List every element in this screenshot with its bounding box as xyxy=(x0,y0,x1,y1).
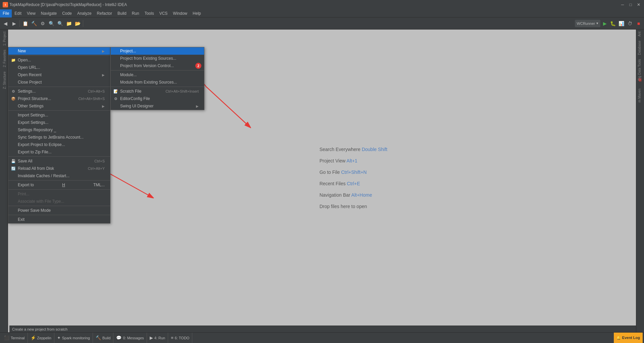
build-button[interactable]: 🔨 xyxy=(30,19,38,28)
menu-exit[interactable]: Exit xyxy=(8,216,110,223)
menu-reload[interactable]: 🔄 Reload All from Disk Ctrl+Alt+Y xyxy=(8,165,110,172)
right-tab-maven[interactable]: m Maven xyxy=(636,87,644,104)
event-log[interactable]: 🔔 Event Log xyxy=(614,333,643,343)
coverage-button[interactable]: 📊 xyxy=(617,19,625,28)
menu-help[interactable]: Help xyxy=(190,9,204,17)
status-terminal[interactable]: ⬛ Terminal xyxy=(1,333,28,343)
menu-export-settings[interactable]: Export Settings... xyxy=(8,119,110,126)
hint-nav-key: Alt+Home xyxy=(351,192,372,198)
file-dropdown: New ▶ 📁 Open... Open URL... Open Recent … xyxy=(8,47,110,224)
hint-search: Search Everywhere Double Shift xyxy=(319,147,387,152)
tab-project[interactable]: 1: Project xyxy=(0,30,8,48)
back-button[interactable]: ◀ xyxy=(1,19,9,28)
new-project-existing[interactable]: Project from Existing Sources... xyxy=(111,55,204,62)
menu-new[interactable]: New ▶ xyxy=(8,47,110,55)
menu-navigate[interactable]: Navigate xyxy=(38,9,59,17)
status-todo[interactable]: ≡ 6: TODO xyxy=(168,333,192,343)
app-logo: I xyxy=(3,2,8,7)
status-spark[interactable]: ✦ Spark monitoring xyxy=(54,333,93,343)
menu-code[interactable]: Code xyxy=(59,9,75,17)
status-run[interactable]: ▶ 4: Run xyxy=(147,333,168,343)
welcome-hints: Search Everywhere Double Shift Project V… xyxy=(319,147,387,215)
maximize-button[interactable]: □ xyxy=(628,2,633,7)
hint-recent: Recent Files Ctrl+E xyxy=(319,181,387,186)
minimize-button[interactable]: ─ xyxy=(620,2,625,7)
stop-button[interactable]: ■ xyxy=(635,19,643,28)
proj-struct-icon: 📦 xyxy=(10,97,16,101)
right-tab-annotation[interactable]: 批注 xyxy=(636,83,644,87)
new-separator-2 xyxy=(111,87,204,87)
menu-refactor[interactable]: Refactor xyxy=(94,9,115,17)
menu-view[interactable]: View xyxy=(24,9,38,17)
toolbar-btn-5[interactable]: 🔍 xyxy=(56,19,64,28)
menu-project-structure[interactable]: 📦 Project Structure... Ctrl+Alt+Shift+S xyxy=(8,95,110,102)
menu-open-recent[interactable]: Open Recent ▶ xyxy=(8,71,110,79)
new-project[interactable]: Project... xyxy=(111,47,204,55)
menu-settings[interactable]: ⚙ Settings... Ctrl+Alt+S xyxy=(8,88,110,95)
menu-vcs[interactable]: VCS xyxy=(157,9,170,17)
right-tab-database[interactable]: Database xyxy=(636,39,644,57)
menu-other-settings[interactable]: Other Settings ▶ xyxy=(8,102,110,110)
menu-power-save[interactable]: Power Save Mode xyxy=(8,207,110,214)
right-tab-bigdata[interactable]: Big Data Tools xyxy=(636,57,644,83)
run-status-icon: ▶ xyxy=(150,335,153,340)
title-bar: I TopkMapReduce [D:\javaProjects\TopkMap… xyxy=(0,0,644,9)
menu-tools[interactable]: Tools xyxy=(142,9,157,17)
menu-import-settings[interactable]: Import Settings... xyxy=(8,111,110,119)
menu-edit[interactable]: Edit xyxy=(12,9,24,17)
menu-settings-repo[interactable]: Settings Repository _ xyxy=(8,126,110,134)
tab-structure[interactable]: Z: Structure xyxy=(0,69,8,91)
tab-favorites[interactable]: 2: Favorites xyxy=(0,48,8,69)
menu-associate: Associate with File Type... xyxy=(8,198,110,205)
menu-sync-settings[interactable]: Sync Settings to JetBrains Account... xyxy=(8,134,110,141)
other-settings-arrow: ▶ xyxy=(102,104,105,108)
window-controls[interactable]: ─ □ ✕ xyxy=(620,2,641,7)
run-button[interactable]: ▶ xyxy=(601,20,608,27)
forward-button[interactable]: ▶ xyxy=(10,19,18,28)
run-configuration[interactable]: WCRunner ▾ xyxy=(575,20,600,27)
menu-open-url[interactable]: Open URL... xyxy=(8,64,110,71)
menu-file[interactable]: File xyxy=(0,9,12,17)
new-scratch[interactable]: 📝 Scratch File Ctrl+Alt+Shift+Insert xyxy=(111,88,204,95)
new-swing-ui[interactable]: Swing UI Designer ▶ xyxy=(111,102,204,110)
toolbar-btn-7[interactable]: 📂 xyxy=(73,19,82,28)
menu-build[interactable]: Build xyxy=(115,9,129,17)
menu-save-all[interactable]: 💾 Save All Ctrl+S xyxy=(8,157,110,165)
run-config-label: WCRunner xyxy=(577,21,595,26)
status-spark-label: Spark monitoring xyxy=(62,336,90,340)
recent-files-button[interactable]: 📋 xyxy=(21,19,29,28)
profile-button[interactable]: ⏱ xyxy=(626,19,634,28)
status-build[interactable]: 🔨 Build xyxy=(93,333,113,343)
swing-arrow: ▶ xyxy=(196,104,199,108)
menu-run[interactable]: Run xyxy=(129,9,142,17)
proj-struct-shortcut: Ctrl+Alt+Shift+S xyxy=(78,97,105,101)
menu-invalidate[interactable]: Invalidate Caches / Restart... xyxy=(8,172,110,180)
debug-button[interactable]: 🐛 xyxy=(609,20,616,27)
toolbar-btn-6[interactable]: 📁 xyxy=(65,19,73,28)
new-module-existing[interactable]: Module from Existing Sources... xyxy=(111,79,204,86)
toolbar-separator-2 xyxy=(83,20,83,27)
close-button[interactable]: ✕ xyxy=(636,2,641,7)
menu-window[interactable]: Window xyxy=(170,9,190,17)
toolbar-btn-3[interactable]: ⚙ xyxy=(39,19,47,28)
menu-close-project[interactable]: Close Project xyxy=(8,79,110,86)
new-submenu-arrow: ▶ xyxy=(102,49,105,53)
menu-export-html[interactable]: Export to HTML... xyxy=(8,181,110,189)
zeppelin-icon: ⚡ xyxy=(31,335,36,340)
right-tab-ant[interactable]: Ant xyxy=(636,30,644,39)
new-module[interactable]: Module... xyxy=(111,71,204,79)
menu-analyze[interactable]: Analyze xyxy=(75,9,94,17)
run-config-dropdown-icon: ▾ xyxy=(596,21,598,26)
separator-7 xyxy=(8,206,110,206)
status-zeppelin[interactable]: ⚡ Zeppelin xyxy=(28,333,54,343)
menu-export-zip[interactable]: Export to Zip File... xyxy=(8,148,110,156)
toolbar-btn-4[interactable]: 🔍 xyxy=(47,19,55,28)
menu-open[interactable]: 📁 Open... xyxy=(8,56,110,64)
reload-icon: 🔄 xyxy=(10,166,16,171)
status-build-label: Build xyxy=(102,336,110,340)
menu-export-eclipse[interactable]: Export Project to Eclipse... xyxy=(8,141,110,148)
new-project-vcs[interactable]: Project from Version Control... 2 xyxy=(111,62,204,69)
window-title: TopkMapReduce [D:\javaProjects\TopkMapRe… xyxy=(9,2,127,7)
new-editorconfig[interactable]: ⚙ EditorConfig File xyxy=(111,95,204,102)
status-messages[interactable]: 💬 0: Messages xyxy=(113,333,147,343)
